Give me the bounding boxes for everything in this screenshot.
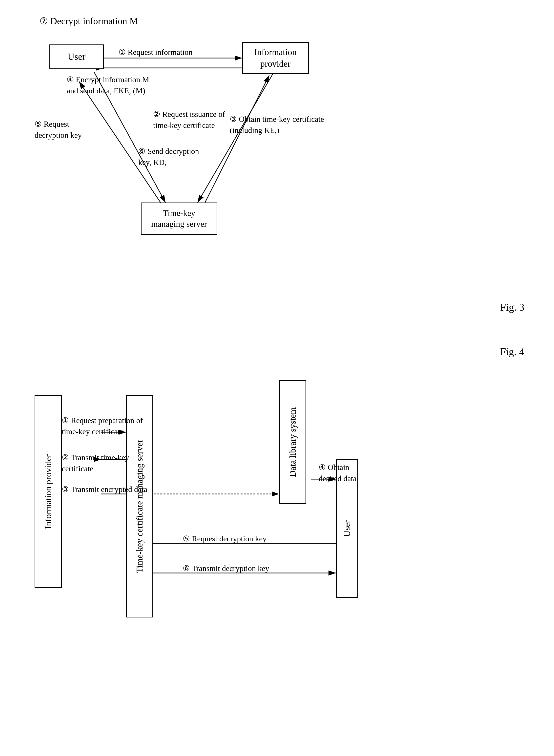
fig4-arrow3-label: ③ Transmit encrypted data (62, 484, 147, 495)
fig4-arrow6-label: ⑥ Transmit decryption key (183, 563, 269, 574)
svg-line-7 (205, 75, 269, 202)
svg-line-4 (198, 72, 274, 202)
fig4-infoprov-box: Information provider (35, 395, 62, 588)
fig4-arrow1-label: ① Request preparation of time-key certif… (62, 415, 143, 437)
figure-3: ⑦ Decrypt information M (20, 15, 539, 348)
fig3-label: Fig. 3 (500, 301, 524, 313)
fig3-arrow4-label: ④ Encrypt information M and send data, E… (67, 74, 149, 96)
fig3-arrow3-label: ③ Obtain time-key certificate (including… (230, 114, 324, 136)
fig3-title: ⑦ Decrypt information M (40, 15, 138, 27)
fig3-user-box: User (49, 45, 104, 69)
fig4-arrow4-label: ④ Obtain desired data (319, 462, 357, 484)
svg-line-5 (79, 81, 161, 202)
fig4-arrow5-label: ⑤ Request decryption key (183, 533, 267, 544)
fig3-arrow6-label: ⑥ Send decryption key, KD, (138, 146, 199, 168)
fig3-infoprov-box: Information provider (242, 42, 309, 74)
fig4-arrow2-label: ② Transmit time-key certificate (62, 452, 129, 474)
figure-4: Information provider Time-key certificat… (20, 356, 539, 726)
fig3-timekey-box: Time-key managing server (141, 202, 217, 235)
fig4-datalibrary-box: Data library system (279, 380, 306, 504)
page: ⑦ Decrypt information M (0, 0, 554, 756)
fig3-arrow5-label: ⑤ Request decryption key (35, 119, 82, 141)
fig4-label: Fig. 4 (500, 346, 524, 358)
fig3-arrow1-label: ① Request information (119, 47, 192, 58)
fig3-arrow2-label: ② Request issuance of time-key certifica… (153, 109, 225, 131)
